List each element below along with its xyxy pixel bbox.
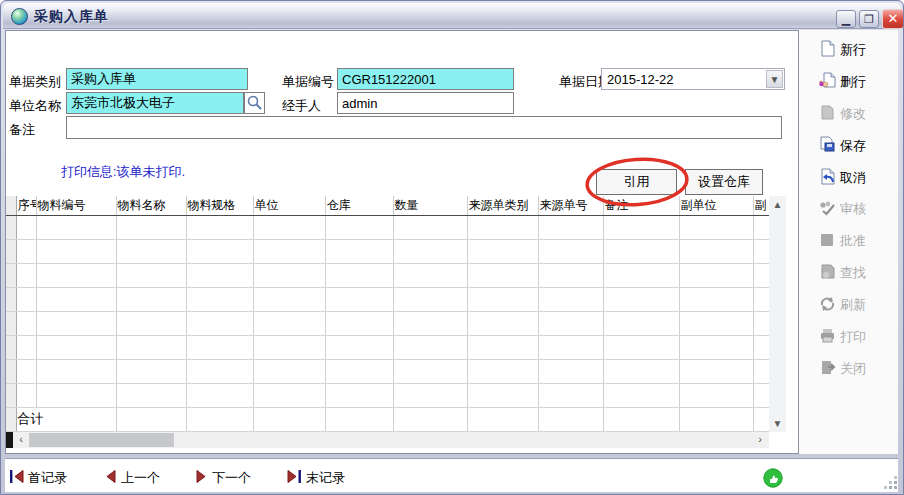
table-cell[interactable] xyxy=(679,359,753,383)
table-cell[interactable] xyxy=(603,311,679,335)
minimize-button[interactable]: ▁ xyxy=(836,10,856,28)
table-cell[interactable] xyxy=(538,239,603,263)
table-cell[interactable] xyxy=(753,215,769,239)
table-cell[interactable] xyxy=(538,383,603,407)
table-cell[interactable] xyxy=(393,359,467,383)
table-cell[interactable] xyxy=(753,239,769,263)
table-cell[interactable] xyxy=(253,311,325,335)
table-cell[interactable] xyxy=(186,215,253,239)
chevron-down-icon[interactable]: ▼ xyxy=(766,70,783,88)
scroll-down-icon[interactable]: ▼ xyxy=(769,415,786,432)
maximize-button[interactable]: ❐ xyxy=(859,10,879,28)
table-cell[interactable] xyxy=(753,311,769,335)
table-cell[interactable] xyxy=(679,215,753,239)
table-cell[interactable] xyxy=(325,383,393,407)
table-cell[interactable] xyxy=(679,263,753,287)
sidebar-item-new-row[interactable]: 新行 xyxy=(819,39,895,59)
table-cell[interactable] xyxy=(325,215,393,239)
table-cell[interactable] xyxy=(16,335,36,359)
table-cell[interactable] xyxy=(16,359,36,383)
table-cell[interactable] xyxy=(36,359,116,383)
table-cell[interactable] xyxy=(538,311,603,335)
table-cell[interactable] xyxy=(325,263,393,287)
table-cell[interactable] xyxy=(753,335,769,359)
table-cell[interactable] xyxy=(186,287,253,311)
table-cell[interactable] xyxy=(325,239,393,263)
doc-type-field[interactable] xyxy=(66,68,248,90)
unit-search-button[interactable] xyxy=(244,92,265,114)
scroll-right-icon[interactable]: › xyxy=(753,432,767,448)
table-cell[interactable] xyxy=(393,311,467,335)
table-cell[interactable] xyxy=(603,359,679,383)
table-cell[interactable] xyxy=(679,239,753,263)
table-cell[interactable] xyxy=(753,359,769,383)
table-cell[interactable] xyxy=(603,215,679,239)
table-cell[interactable] xyxy=(467,383,538,407)
table-cell[interactable] xyxy=(116,335,186,359)
close-button[interactable]: ✕ xyxy=(882,9,904,29)
table-cell[interactable] xyxy=(186,263,253,287)
table-cell[interactable] xyxy=(116,287,186,311)
table-cell[interactable] xyxy=(467,359,538,383)
table-cell[interactable] xyxy=(753,383,769,407)
table-cell[interactable] xyxy=(253,383,325,407)
table-cell[interactable] xyxy=(253,335,325,359)
hscroll-splitter[interactable] xyxy=(6,432,13,448)
table-cell[interactable] xyxy=(679,383,753,407)
titlebar[interactable]: 采购入库单 ▁ ❐ ✕ xyxy=(3,3,901,29)
table-cell[interactable] xyxy=(36,239,116,263)
sidebar-item-save[interactable]: 保存 xyxy=(819,135,895,155)
table-cell[interactable] xyxy=(467,287,538,311)
table-cell[interactable] xyxy=(538,335,603,359)
table-cell[interactable] xyxy=(253,263,325,287)
sidebar-item-cancel[interactable]: 取消 xyxy=(819,167,895,187)
scroll-up-icon[interactable]: ▲ xyxy=(769,196,786,213)
table-cell[interactable] xyxy=(325,335,393,359)
doc-date-combo[interactable]: 2015-12-22 ▼ xyxy=(601,68,785,90)
remarks-field[interactable] xyxy=(66,116,782,139)
sidebar-item-delete-row[interactable]: 删行 xyxy=(819,71,895,91)
resize-grip[interactable] xyxy=(883,475,899,491)
table-cell[interactable] xyxy=(325,311,393,335)
table-cell[interactable] xyxy=(253,287,325,311)
table-cell[interactable] xyxy=(186,359,253,383)
table-cell[interactable] xyxy=(186,311,253,335)
unit-name-field[interactable] xyxy=(66,92,244,114)
table-cell[interactable] xyxy=(603,383,679,407)
handler-field[interactable] xyxy=(337,92,514,114)
table-cell[interactable] xyxy=(679,287,753,311)
table-cell[interactable] xyxy=(393,239,467,263)
table-cell[interactable] xyxy=(467,335,538,359)
horizontal-scrollbar[interactable]: ‹ › xyxy=(6,432,769,448)
table-cell[interactable] xyxy=(603,239,679,263)
table-cell[interactable] xyxy=(467,311,538,335)
table-cell[interactable] xyxy=(116,239,186,263)
table-cell[interactable] xyxy=(186,239,253,263)
table-cell[interactable] xyxy=(253,239,325,263)
table-cell[interactable] xyxy=(116,215,186,239)
table-cell[interactable] xyxy=(186,335,253,359)
table-cell[interactable] xyxy=(116,383,186,407)
table-cell[interactable] xyxy=(393,383,467,407)
table-cell[interactable] xyxy=(253,359,325,383)
table-cell[interactable] xyxy=(603,263,679,287)
table-cell[interactable] xyxy=(538,287,603,311)
table-cell[interactable] xyxy=(16,239,36,263)
table-cell[interactable] xyxy=(36,287,116,311)
table-cell[interactable] xyxy=(393,215,467,239)
table-cell[interactable] xyxy=(36,335,116,359)
table-cell[interactable] xyxy=(679,311,753,335)
table-cell[interactable] xyxy=(753,263,769,287)
table-cell[interactable] xyxy=(679,335,753,359)
hscroll-thumb[interactable] xyxy=(29,433,174,447)
set-warehouse-button[interactable]: 设置仓库 xyxy=(685,169,763,195)
table-cell[interactable] xyxy=(325,287,393,311)
vertical-scrollbar[interactable]: ▲ ▼ xyxy=(769,196,786,432)
table-cell[interactable] xyxy=(467,239,538,263)
table-cell[interactable] xyxy=(36,311,116,335)
table-cell[interactable] xyxy=(753,287,769,311)
table-cell[interactable] xyxy=(467,215,538,239)
table-cell[interactable] xyxy=(116,359,186,383)
table-cell[interactable] xyxy=(16,215,36,239)
table-cell[interactable] xyxy=(16,311,36,335)
